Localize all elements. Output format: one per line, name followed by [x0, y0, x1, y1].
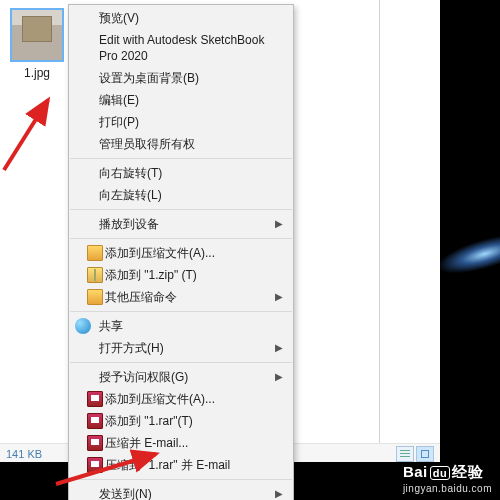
- view-mode-switcher: [396, 446, 434, 462]
- watermark-url: jingyan.baidu.com: [403, 483, 492, 494]
- rar-icon: [87, 413, 103, 429]
- zip-icon: [87, 267, 103, 283]
- status-size: 141 KB: [0, 448, 42, 460]
- grid-icon: [421, 450, 429, 458]
- menu-separator: [70, 209, 292, 210]
- menu-preview[interactable]: 预览(V): [69, 7, 293, 29]
- watermark-brand: Bai: [403, 463, 428, 480]
- dark-background-panel: [440, 0, 500, 500]
- menu-share[interactable]: 共享: [69, 315, 293, 337]
- rar-icon: [87, 391, 103, 407]
- folder-icon: [87, 245, 103, 261]
- menu-rotate-left[interactable]: 向左旋转(L): [69, 184, 293, 206]
- menu-separator: [70, 158, 292, 159]
- menu-rotate-right[interactable]: 向右旋转(T): [69, 162, 293, 184]
- menu-admin-ownership[interactable]: 管理员取得所有权: [69, 133, 293, 155]
- menu-separator: [70, 311, 292, 312]
- view-thumbnails-button[interactable]: [416, 446, 434, 462]
- list-icon: [400, 450, 410, 458]
- watermark-suffix: 经验: [452, 463, 483, 482]
- menu-add-to-archive[interactable]: 添加到压缩文件(A)...: [75, 242, 293, 264]
- submenu-arrow-icon: ▶: [275, 340, 283, 356]
- menu-separator: [70, 238, 292, 239]
- menu-cast-to-device[interactable]: 播放到设备▶: [69, 213, 293, 235]
- submenu-arrow-icon: ▶: [275, 486, 283, 500]
- share-icon: [75, 318, 91, 334]
- menu-edit[interactable]: 编辑(E): [69, 89, 293, 111]
- folder-icon: [87, 289, 103, 305]
- watermark: Baidu 经验 jingyan.baidu.com: [403, 463, 492, 494]
- menu-add-to-rar[interactable]: 添加到 "1.rar"(T): [75, 410, 293, 432]
- submenu-arrow-icon: ▶: [275, 216, 283, 232]
- menu-other-archive[interactable]: 其他压缩命令▶: [75, 286, 293, 308]
- menu-edit-sketchbook[interactable]: Edit with Autodesk SketchBook Pro 2020: [69, 29, 293, 67]
- annotation-arrow-top: [0, 86, 78, 176]
- submenu-arrow-icon: ▶: [275, 289, 283, 305]
- menu-separator: [70, 362, 292, 363]
- menu-open-with[interactable]: 打开方式(H)▶: [69, 337, 293, 359]
- menu-add-to-archive-rar[interactable]: 添加到压缩文件(A)...: [75, 388, 293, 410]
- submenu-arrow-icon: ▶: [275, 369, 283, 385]
- menu-add-to-zip[interactable]: 添加到 "1.zip" (T): [75, 264, 293, 286]
- menu-set-wallpaper[interactable]: 设置为桌面背景(B): [69, 67, 293, 89]
- menu-grant-access[interactable]: 授予访问权限(G)▶: [69, 366, 293, 388]
- menu-print[interactable]: 打印(P): [69, 111, 293, 133]
- light-flare: [440, 227, 500, 280]
- context-menu: 预览(V) Edit with Autodesk SketchBook Pro …: [68, 4, 294, 500]
- desktop-area: 1.jpg 预览(V) Edit with Autodesk SketchBoo…: [0, 0, 500, 500]
- annotation-arrow-bottom: [50, 446, 170, 490]
- watermark-du: du: [430, 466, 450, 480]
- view-details-button[interactable]: [396, 446, 414, 462]
